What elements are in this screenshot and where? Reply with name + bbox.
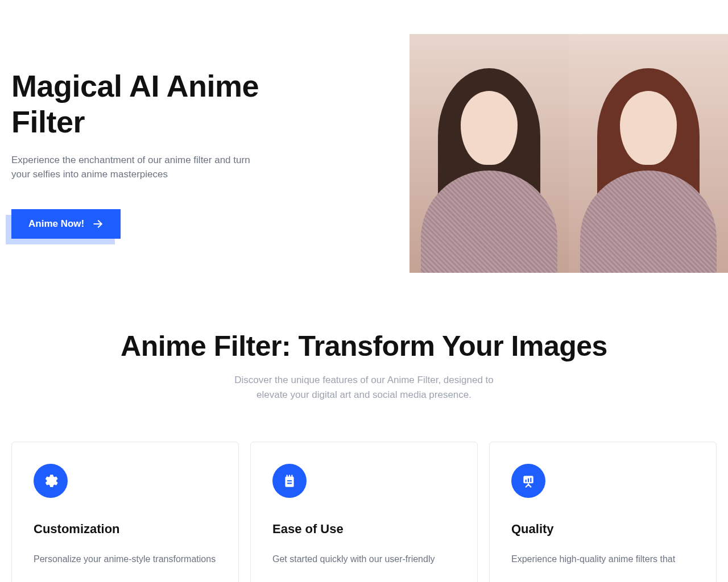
feature-card-quality: Quality Experience high-quality anime fi… (489, 442, 717, 582)
before-after-image (410, 34, 728, 273)
hero-section: Magical AI Anime Filter Experience the e… (0, 0, 728, 307)
after-image (569, 34, 728, 273)
feature-description: Get started quickly with our user-friend… (272, 552, 456, 567)
cta-label: Anime Now! (28, 218, 84, 230)
features-section: Anime Filter: Transform Your Images Disc… (0, 307, 728, 402)
feature-card-customization: Customization Personalize your anime-sty… (11, 442, 239, 582)
notepad-icon (272, 464, 307, 498)
features-grid: Customization Personalize your anime-sty… (0, 442, 728, 582)
before-image (410, 34, 569, 273)
svg-line-13 (528, 485, 531, 487)
svg-rect-10 (530, 478, 531, 483)
hero-subtitle: Experience the enchantment of our anime … (11, 153, 262, 182)
svg-rect-5 (287, 480, 292, 481)
svg-rect-4 (291, 475, 292, 477)
feature-title: Quality (511, 522, 694, 537)
feature-title: Ease of Use (272, 522, 456, 537)
hero-title: Magical AI Anime Filter (11, 68, 307, 139)
arrow-right-icon (92, 218, 104, 230)
section-title: Anime Filter: Transform Your Images (11, 330, 717, 363)
gear-icon (34, 464, 68, 498)
svg-rect-3 (289, 475, 290, 477)
anime-now-button[interactable]: Anime Now! (11, 209, 121, 239)
hero-image-container (318, 34, 728, 273)
feature-title: Customization (34, 522, 217, 537)
svg-rect-2 (287, 475, 288, 477)
svg-rect-9 (528, 479, 529, 483)
svg-rect-6 (287, 483, 292, 484)
feature-description: Experience high-quality anime filters th… (511, 552, 694, 567)
hero-content: Magical AI Anime Filter Experience the e… (11, 68, 307, 238)
section-subtitle: Discover the unique features of our Anim… (222, 373, 506, 402)
presentation-icon (511, 464, 545, 498)
svg-rect-8 (526, 480, 527, 482)
feature-description: Personalize your anime-style transformat… (34, 552, 217, 567)
feature-card-ease-of-use: Ease of Use Get started quickly with our… (250, 442, 478, 582)
svg-rect-1 (285, 476, 293, 487)
